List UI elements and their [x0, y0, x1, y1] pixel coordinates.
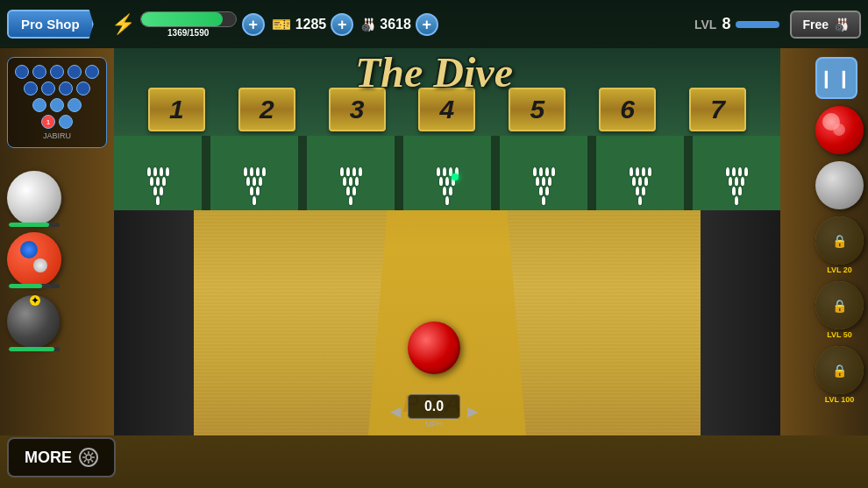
pin-group-2	[244, 167, 266, 205]
lane-sign-1: 1	[148, 88, 205, 131]
ball-3-health	[9, 347, 60, 351]
lightning-icon: ⚡	[111, 13, 135, 36]
ball-option-2[interactable]	[7, 232, 61, 286]
lane-sign-5: 5	[509, 88, 566, 131]
pin-icon: 🎳	[360, 18, 375, 32]
bottom-bar: MORE ◀ 0.0 MPH	[0, 435, 868, 488]
lock-icon-lvl20: 🔒	[832, 234, 847, 248]
lock-icon-lvl50: 🔒	[832, 299, 847, 313]
lane-4-indicator-dot	[452, 173, 459, 180]
lvl-label: LVL	[694, 18, 716, 32]
lane-number-4: 4	[440, 95, 455, 124]
ball-option-1[interactable]	[7, 171, 61, 225]
pause-icon: ❙❙	[819, 67, 854, 88]
energy-add-button[interactable]: +	[242, 13, 265, 36]
lock-icon-lvl100: 🔒	[832, 364, 847, 378]
free-label: Free	[802, 18, 829, 32]
more-button[interactable]: MORE	[7, 437, 116, 477]
ball-option-3[interactable]: ✦	[7, 294, 61, 350]
gray-ball[interactable]	[815, 161, 864, 209]
pin-group-5	[533, 167, 555, 205]
mph-display-box: 0.0 MPH	[408, 394, 460, 428]
energy-bar-container: 1369/1590	[140, 11, 237, 38]
energy-bar-fill	[141, 12, 223, 26]
mph-arrow-right[interactable]: ▶	[467, 403, 478, 420]
score-pin-9	[76, 81, 90, 95]
svg-line-7	[91, 453, 93, 455]
currency1-value: 1285	[295, 17, 327, 32]
energy-text: 1369/1590	[140, 28, 237, 38]
locked-ball-lvl100: 🔒 LVL 100	[815, 346, 864, 404]
ball-1-health	[9, 223, 60, 227]
svg-point-0	[86, 455, 91, 460]
main-bowling-ball[interactable]	[408, 322, 460, 374]
currency2-add-button[interactable]: +	[416, 13, 438, 36]
right-sidebar: ❙❙ 🔒 LVL 20	[815, 57, 864, 404]
gray-ball-container	[815, 161, 864, 209]
score-pin-active: 1	[41, 115, 55, 129]
score-pin-12	[68, 98, 82, 112]
currency2-section: 🎳 3618 +	[360, 13, 438, 36]
ball-1-health-fill	[9, 223, 49, 227]
ball-2-health-fill	[9, 284, 42, 288]
pro-shop-button[interactable]: Pro Shop	[7, 10, 94, 39]
lane-number-2: 2	[260, 95, 274, 124]
ball-3-health-fill	[9, 347, 54, 351]
svg-line-5	[84, 453, 86, 455]
settings-gear-svg	[82, 450, 96, 464]
lvl-value: 8	[722, 15, 730, 33]
locked-ball-lvl20: 🔒 LVL 20	[815, 216, 864, 274]
mph-arrow-left[interactable]: ◀	[390, 403, 401, 420]
locked-overlay-lvl50: 🔒	[815, 281, 864, 329]
header-bar: Pro Shop ⚡ 1369/1590 + 🎫 1285 + 🎳 3618 +…	[0, 0, 868, 48]
pin-group-1	[147, 167, 169, 205]
locked-ball-lvl50: 🔒 LVL 50	[815, 281, 864, 339]
score-row-1	[15, 65, 99, 79]
svg-line-8	[84, 460, 86, 462]
mph-indicator: ◀ 0.0 MPH ▶	[390, 394, 478, 428]
currency2-value: 3618	[380, 17, 411, 32]
lane-number-5: 5	[530, 95, 544, 124]
svg-line-6	[91, 460, 93, 462]
score-pin-8	[59, 81, 73, 95]
pin-group-3	[340, 167, 362, 205]
energy-bar-background	[140, 11, 237, 27]
lane-sign-6: 6	[599, 88, 656, 131]
lane-number-6: 6	[620, 95, 635, 124]
currency1-add-button[interactable]: +	[331, 13, 353, 36]
featured-ball-container	[815, 106, 864, 154]
score-pin-6	[24, 81, 38, 95]
settings-icon	[79, 448, 98, 467]
ball-selector: ✦	[7, 171, 61, 350]
pause-button[interactable]: ❙❙	[815, 57, 857, 99]
lane-number-7: 7	[710, 95, 725, 124]
score-pin-10	[32, 98, 46, 112]
lvl-progress-bar	[736, 21, 779, 28]
lane-sign-7: 7	[689, 88, 746, 131]
card-icon: 🎫	[272, 15, 291, 34]
featured-ball[interactable]	[815, 106, 864, 154]
left-sidebar: 1 JABIRU	[7, 57, 107, 148]
score-pin-4	[68, 65, 82, 79]
score-pin-5	[85, 65, 99, 79]
currency1-section: 🎫 1285 +	[272, 13, 354, 36]
ball-2-health	[9, 284, 60, 288]
game-container: 1 2 3 4 5 6 7 The Dive PBA Pro Shop ⚡	[0, 0, 868, 488]
lvl100-badge: LVL 100	[825, 395, 855, 404]
venue-banner: The Dive	[355, 48, 513, 96]
pin-group-7	[726, 167, 748, 205]
score-pin-14	[59, 115, 73, 129]
score-row-4: 1	[41, 115, 73, 129]
free-button[interactable]: Free 🎳	[790, 11, 861, 39]
lane-sign-2: 2	[238, 88, 295, 131]
locked-overlay-lvl100: 🔒	[815, 346, 864, 394]
lane-number-3: 3	[350, 95, 365, 124]
score-row-2	[24, 81, 90, 95]
score-row-3	[32, 98, 82, 112]
pin-display-area	[114, 136, 780, 210]
energy-section: ⚡ 1369/1590 +	[111, 11, 265, 38]
locked-overlay-lvl20: 🔒	[815, 216, 864, 265]
mph-value: 0.0	[408, 394, 460, 419]
lvl50-badge: LVL 50	[827, 330, 852, 339]
score-display: 1 JABIRU	[7, 57, 107, 148]
